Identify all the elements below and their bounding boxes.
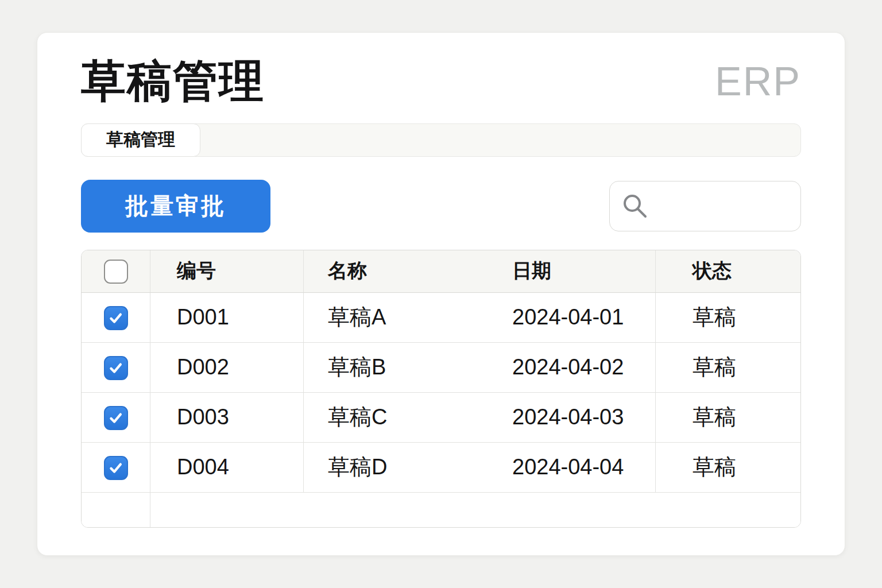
drafts-table: 编号 名称 日期 状态 D001 草稿A 2024-04-01 草稿 [81,250,801,528]
toolbar: 批量审批 [81,180,801,233]
check-icon [107,459,125,477]
search-input[interactable] [610,181,800,231]
title-row: 草稿管理 ERP [81,57,801,106]
table-row: D003 草稿C 2024-04-03 草稿 [82,393,801,443]
row-checkbox[interactable] [104,356,128,380]
draft-management-card: 草稿管理 ERP 草稿管理 批量审批 [37,32,845,556]
row-checkbox[interactable] [104,406,128,430]
table-header-row: 编号 名称 日期 状态 [82,250,801,293]
table-row: D004 草稿D 2024-04-04 草稿 [82,443,801,493]
cell-name: 草稿D [304,443,478,493]
row-checkbox[interactable] [104,456,128,480]
cell-date: 2024-04-03 [478,393,656,443]
check-icon [107,409,125,427]
table-row: D002 草稿B 2024-04-02 草稿 [82,343,801,393]
cell-status: 草稿 [656,443,801,493]
batch-approve-button[interactable]: 批量审批 [81,180,270,233]
cell-name: 草稿C [304,393,478,443]
cell-status: 草稿 [656,293,801,343]
page-title: 草稿管理 [81,57,265,106]
batch-approve-label: 批量审批 [125,190,226,222]
cell-id: D001 [150,293,304,343]
column-header-id: 编号 [150,250,304,293]
cell-id: D002 [150,343,304,393]
cell-date: 2024-04-04 [478,443,656,493]
cell-name: 草稿B [304,343,478,393]
select-all-checkbox[interactable] [104,260,128,284]
search-box [609,181,801,231]
tab-draft-management[interactable]: 草稿管理 [81,123,200,157]
cell-name: 草稿A [304,293,478,343]
column-header-name: 名称 [304,250,478,293]
check-icon [107,310,125,327]
table-body: D001 草稿A 2024-04-01 草稿 D002 草稿B 2024-04-… [82,293,801,493]
cell-status: 草稿 [656,343,801,393]
cell-status: 草稿 [656,393,801,443]
tab-bar: 草稿管理 [81,123,801,157]
cell-date: 2024-04-01 [478,293,656,343]
tab-label: 草稿管理 [106,128,175,152]
empty-row [82,493,801,527]
column-header-status: 状态 [656,250,801,293]
check-icon [107,359,125,377]
column-header-date: 日期 [478,250,656,293]
cell-date: 2024-04-02 [478,343,656,393]
table-row: D001 草稿A 2024-04-01 草稿 [82,293,801,343]
cell-id: D003 [150,393,304,443]
brand-label: ERP [715,59,801,105]
row-checkbox[interactable] [104,306,128,330]
cell-id: D004 [150,443,304,493]
